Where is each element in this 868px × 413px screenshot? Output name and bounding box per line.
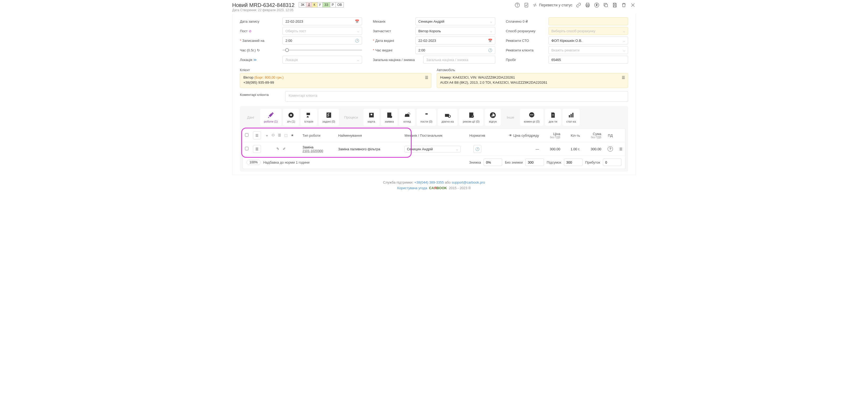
status-tag[interactable]: Д [306, 2, 312, 7]
tab-review[interactable]: огляд [399, 109, 415, 126]
tab-parts[interactable]: з/ч (1) [283, 109, 299, 126]
client-req-label: Реквізити клієнта [506, 48, 546, 52]
money-icon[interactable] [594, 2, 599, 8]
eye-off-icon[interactable]: 👁 [509, 134, 512, 138]
tab-comments[interactable]: комен-рі (0) [520, 109, 544, 126]
sto-req-select[interactable]: ФОП Кірюшкін О.В.⌵ [549, 36, 628, 45]
mechanic-select[interactable]: Сеницин Андрій⌵ [415, 17, 495, 25]
location-label: Локація ≫ [240, 58, 280, 62]
clock-icon: 🕐 [488, 48, 492, 52]
status-tag[interactable]: У [317, 2, 323, 7]
location-select[interactable]: Локація⌵ [282, 56, 362, 64]
plus-icon[interactable]: ＋ [265, 133, 270, 138]
scheduled-time-input[interactable]: 2:00🕐 [282, 36, 362, 45]
nodiscount-input[interactable] [525, 158, 544, 166]
pickup-date-input[interactable]: 22-02-2023📅 [415, 36, 495, 45]
discount-input[interactable] [484, 158, 502, 166]
status-tag[interactable]: К [312, 2, 317, 7]
edit-icon[interactable]: ✎ [276, 147, 281, 151]
print-icon[interactable] [585, 2, 591, 8]
works-table: ☰ ＋ ⚇ ☰ ⬚ ★ [243, 129, 625, 156]
client-name: Віктор [243, 76, 253, 80]
duration-slider[interactable] [282, 46, 362, 54]
chevron-down-icon: ⌵ [357, 29, 359, 33]
request-icon [385, 111, 393, 119]
work-code[interactable]: 2101-1020300 [303, 149, 334, 153]
row-mechanic-select[interactable]: Сеницин Андрій⌵ [404, 146, 461, 152]
tab-tasks[interactable]: задачі (0) [319, 109, 339, 126]
tab-docs[interactable]: док-ти [545, 109, 561, 126]
help-icon[interactable] [515, 2, 520, 8]
bar-chart-icon [567, 111, 575, 119]
list-icon[interactable]: ☰ [278, 133, 282, 138]
trash-icon[interactable] [621, 2, 627, 8]
chevron-down-icon: ⌵ [357, 58, 359, 62]
support-phone-link[interactable]: +38(044) 389-3355 [414, 180, 444, 184]
group-icon[interactable]: ⚇ [272, 133, 276, 138]
row-checkbox[interactable] [245, 147, 248, 150]
tab-request[interactable]: заявка [381, 109, 398, 126]
tab-feedback[interactable]: відгук [485, 109, 501, 126]
header: Новий MRD-6342-848312 Дата Створення: 22… [227, 0, 641, 14]
status-tag[interactable]: Р [330, 2, 336, 7]
select-all-checkbox[interactable] [245, 133, 248, 137]
record-date-input[interactable]: 22-02-2023📅 [282, 17, 362, 25]
tab-stats[interactable]: стат-ка [563, 109, 580, 126]
subtotal-input[interactable] [564, 158, 583, 166]
help-icon[interactable]: ? [608, 146, 613, 152]
discount-label: Знижка [469, 160, 481, 165]
tab-other[interactable]: Інше [502, 109, 518, 126]
tab-map[interactable]: карта [364, 109, 379, 126]
pencil-icon[interactable]: ✐ [283, 147, 287, 151]
status-tag[interactable]: ЗК [299, 2, 306, 7]
svg-point-23 [531, 114, 532, 115]
tab-posts[interactable]: пости (0) [417, 109, 436, 126]
barcode-icon[interactable]: ⬚ [284, 133, 289, 138]
menu-icon[interactable]: ☰ [425, 76, 428, 80]
payment-method-select[interactable]: Виберіть спосіб розрахунку⌵ [549, 27, 628, 35]
row-menu-button[interactable]: ☰ [253, 145, 261, 153]
copy-icon[interactable] [603, 2, 609, 8]
profit-input[interactable] [603, 158, 621, 166]
comment-input[interactable]: Коментарі клієнта [285, 91, 628, 102]
parts-person-label: Запчастист [373, 29, 413, 33]
agreement-link[interactable]: Користувача угода [397, 186, 427, 190]
transfer-status-button[interactable]: Перевести у статус [532, 3, 572, 7]
chevron-down-icon: ⌵ [623, 39, 625, 42]
tab-processes[interactable]: Процеси [341, 109, 362, 126]
norm-button[interactable]: 🕐 [473, 145, 482, 153]
document-check-icon[interactable] [524, 2, 529, 8]
link-icon[interactable] [576, 2, 582, 8]
close-icon[interactable] [630, 2, 636, 8]
post-select[interactable]: Оберіть пост⌵ [282, 27, 362, 35]
percent-badge[interactable]: 100% [247, 159, 261, 165]
status-tag[interactable]: ОВ [336, 2, 343, 7]
row-more-icon[interactable]: ☰ [619, 147, 622, 151]
refresh-icon[interactable]: ↻ [257, 48, 260, 52]
arrow-icon[interactable]: ≫ [253, 58, 257, 62]
row-qty: 1.00 г. [562, 142, 582, 156]
tab-diag[interactable]: діагно-ка [438, 109, 458, 126]
client-info-box: Віктор (Борг: 800,00 грн.) +38(095) 935-… [240, 73, 431, 88]
support-email-link[interactable]: support@carbook.pro [452, 180, 485, 184]
mileage-input[interactable]: 65465 [549, 56, 628, 64]
star-icon[interactable]: ★ [291, 133, 295, 138]
status-tag[interactable]: ЗЗ [323, 2, 330, 7]
client-req-select[interactable]: Вкажіть реквізити⌵ [549, 46, 628, 54]
header-menu-button[interactable]: ☰ [253, 131, 261, 139]
tab-data[interactable]: Дані [243, 109, 258, 126]
tab-history[interactable]: історія [301, 109, 317, 126]
th-pd: ПД [603, 129, 617, 142]
payment-method-label: Спосіб розрахунку [506, 29, 546, 33]
save-icon[interactable] [612, 2, 618, 8]
mechanic-label: Механік [373, 20, 413, 24]
th-name: Найменування [336, 129, 402, 142]
parts-person-select[interactable]: Віктор Король⌵ [415, 27, 495, 35]
pickup-time-input[interactable]: 2:00🕐 [415, 46, 495, 54]
menu-icon[interactable]: ☰ [622, 76, 625, 80]
client-phone: +38(095) 935-89-99 [243, 81, 428, 85]
lift-icon [423, 111, 430, 119]
tab-works[interactable]: роботи (1) [260, 109, 281, 126]
tab-recom[interactable]: реком-ції (0) [459, 109, 483, 126]
markup-input[interactable]: Загальна націнка / знижка [423, 56, 495, 64]
